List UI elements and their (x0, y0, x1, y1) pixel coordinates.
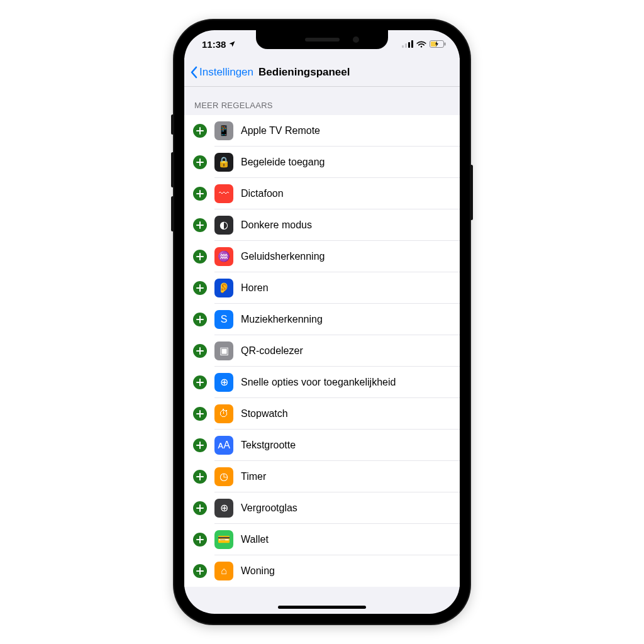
dark-mode-icon: ◐ (214, 216, 233, 235)
sound-recog-icon: ♒ (214, 247, 233, 266)
stopwatch-icon: ⏱ (214, 404, 233, 423)
add-button[interactable] (193, 533, 207, 547)
svg-rect-6 (445, 42, 446, 45)
accessibility-icon: ⊕ (214, 373, 233, 392)
control-row-stopwatch[interactable]: ⏱Stopwatch (184, 398, 460, 430)
control-label: Woning (241, 565, 275, 577)
control-row-voice-memos[interactable]: 〰Dictafoon (184, 178, 460, 209)
control-row-text-size[interactable]: ᴀATekstgrootte (184, 430, 460, 461)
phone-frame: 11:38 (174, 20, 470, 624)
back-button[interactable]: Instellingen (189, 66, 253, 79)
add-button[interactable] (193, 313, 207, 326)
control-label: Dictafoon (241, 188, 284, 199)
add-button[interactable] (193, 564, 207, 578)
magnifier-icon: ⊕ (214, 499, 233, 518)
control-label: Donkere modus (241, 219, 312, 231)
speaker-grille (305, 38, 340, 42)
screen: 11:38 (184, 30, 460, 614)
control-label: Begeleide toegang (241, 157, 325, 168)
add-button[interactable] (193, 501, 207, 515)
battery-charging-icon (430, 39, 446, 50)
svg-rect-2 (408, 42, 410, 48)
cellular-signal-icon (402, 39, 413, 50)
back-label: Instellingen (199, 66, 253, 79)
volume-down-button[interactable] (171, 196, 174, 231)
svg-rect-1 (405, 43, 407, 48)
side-button[interactable] (470, 165, 473, 220)
wallet-icon: 💳 (214, 530, 233, 549)
control-label: Timer (241, 471, 266, 482)
svg-rect-3 (411, 40, 413, 48)
controls-list: 📱Apple TV Remote🔒Begeleide toegang〰Dicta… (184, 115, 460, 587)
text-size-icon: ᴀA (214, 436, 233, 455)
add-button[interactable] (193, 281, 207, 295)
control-label: Stopwatch (241, 408, 288, 419)
page-title: Bedieningspaneel (258, 66, 350, 79)
add-button[interactable] (193, 438, 207, 452)
timer-icon: ◷ (214, 467, 233, 486)
control-label: QR-codelezer (241, 345, 303, 357)
section-header: MEER REGELAARS (184, 87, 460, 115)
location-icon (228, 40, 236, 48)
qr-reader-icon: ▣ (214, 341, 233, 360)
apple-tv-remote-icon: 📱 (214, 121, 233, 140)
control-label: Snelle opties voor toegankelijkheid (241, 377, 396, 388)
add-button[interactable] (193, 187, 207, 201)
control-label: Geluidsherkenning (241, 251, 325, 262)
front-camera (353, 36, 359, 43)
control-row-home[interactable]: ⌂Woning (184, 555, 460, 587)
control-label: Horen (241, 282, 269, 294)
control-row-music-recog[interactable]: SMuziekherkenning (184, 304, 460, 335)
control-row-hearing[interactable]: 👂Horen (184, 272, 460, 304)
home-indicator[interactable] (278, 606, 366, 609)
control-label: Wallet (241, 534, 269, 545)
home-icon: ⌂ (214, 562, 233, 580)
control-label: Tekstgrootte (241, 440, 296, 451)
control-row-qr-reader[interactable]: ▣QR-codelezer (184, 335, 460, 367)
music-recog-icon: S (214, 310, 233, 329)
control-row-wallet[interactable]: 💳Wallet (184, 524, 460, 555)
add-button[interactable] (193, 218, 207, 232)
hearing-icon: 👂 (214, 279, 233, 297)
voice-memos-icon: 〰 (214, 184, 233, 203)
control-label: Apple TV Remote (241, 125, 320, 136)
add-button[interactable] (193, 407, 207, 421)
add-button[interactable] (193, 470, 207, 484)
wifi-icon (416, 39, 426, 50)
add-button[interactable] (193, 124, 207, 138)
add-button[interactable] (193, 375, 207, 389)
add-button[interactable] (193, 250, 207, 264)
notch (256, 30, 388, 49)
guided-access-icon: 🔒 (214, 153, 233, 172)
svg-rect-0 (402, 45, 404, 48)
add-button[interactable] (193, 155, 207, 169)
mute-switch[interactable] (171, 114, 174, 135)
add-button[interactable] (193, 344, 207, 358)
control-row-guided-access[interactable]: 🔒Begeleide toegang (184, 147, 460, 178)
control-row-timer[interactable]: ◷Timer (184, 461, 460, 492)
control-row-apple-tv-remote[interactable]: 📱Apple TV Remote (184, 115, 460, 147)
control-row-accessibility[interactable]: ⊕Snelle opties voor toegankelijkheid (184, 367, 460, 398)
nav-bar: Instellingen Bedieningspaneel (184, 58, 460, 87)
control-row-magnifier[interactable]: ⊕Vergrootglas (184, 492, 460, 524)
control-row-dark-mode[interactable]: ◐Donkere modus (184, 209, 460, 241)
status-time: 11:38 (202, 39, 226, 50)
control-label: Vergrootglas (241, 502, 297, 514)
control-row-sound-recog[interactable]: ♒Geluidsherkenning (184, 241, 460, 272)
volume-up-button[interactable] (171, 152, 174, 187)
control-label: Muziekherkenning (241, 314, 323, 325)
